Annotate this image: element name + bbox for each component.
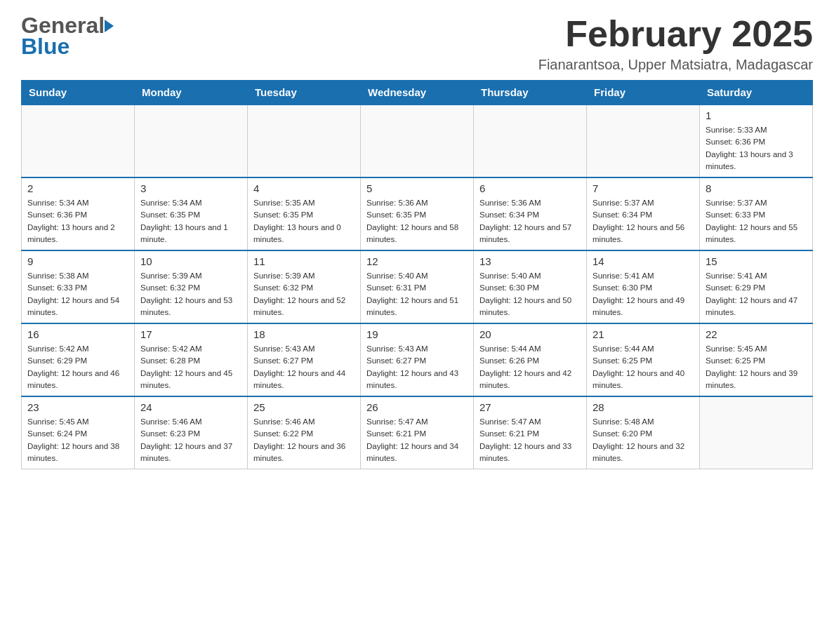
day-number: 27 <box>479 401 581 413</box>
week-row-2: 2Sunrise: 5:34 AMSunset: 6:36 PMDaylight… <box>22 177 813 250</box>
day-info: Sunrise: 5:34 AMSunset: 6:35 PMDaylight:… <box>140 197 241 246</box>
day-info: Sunrise: 5:39 AMSunset: 6:32 PMDaylight:… <box>140 270 241 318</box>
empty-cell <box>700 396 813 469</box>
day-info: Sunrise: 5:37 AMSunset: 6:33 PMDaylight:… <box>706 197 807 246</box>
empty-cell <box>587 105 700 177</box>
day-cell-18: 18Sunrise: 5:43 AMSunset: 6:27 PMDayligh… <box>248 323 361 396</box>
day-number: 11 <box>253 255 355 267</box>
day-cell-24: 24Sunrise: 5:46 AMSunset: 6:23 PMDayligh… <box>135 396 248 469</box>
header-row: SundayMondayTuesdayWednesdayThursdayFrid… <box>22 81 813 105</box>
day-number: 22 <box>706 328 807 340</box>
day-cell-28: 28Sunrise: 5:48 AMSunset: 6:20 PMDayligh… <box>587 396 700 469</box>
day-number: 8 <box>706 182 807 194</box>
day-number: 21 <box>593 328 694 340</box>
day-number: 9 <box>27 255 128 267</box>
day-info: Sunrise: 5:47 AMSunset: 6:21 PMDaylight:… <box>366 416 468 464</box>
day-info: Sunrise: 5:46 AMSunset: 6:23 PMDaylight:… <box>140 416 241 464</box>
day-cell-11: 11Sunrise: 5:39 AMSunset: 6:32 PMDayligh… <box>248 250 361 323</box>
day-info: Sunrise: 5:45 AMSunset: 6:25 PMDaylight:… <box>706 343 807 391</box>
day-info: Sunrise: 5:44 AMSunset: 6:25 PMDaylight:… <box>593 343 694 391</box>
day-cell-2: 2Sunrise: 5:34 AMSunset: 6:36 PMDaylight… <box>22 177 135 250</box>
logo-blue-text: Blue <box>21 34 70 60</box>
day-cell-21: 21Sunrise: 5:44 AMSunset: 6:25 PMDayligh… <box>587 323 700 396</box>
day-cell-5: 5Sunrise: 5:36 AMSunset: 6:35 PMDaylight… <box>361 177 474 250</box>
day-number: 20 <box>479 328 581 340</box>
day-number: 26 <box>366 401 468 413</box>
day-cell-23: 23Sunrise: 5:45 AMSunset: 6:24 PMDayligh… <box>22 396 135 469</box>
day-header-saturday: Saturday <box>700 81 813 105</box>
day-number: 5 <box>366 182 468 194</box>
empty-cell <box>361 105 474 177</box>
week-row-4: 16Sunrise: 5:42 AMSunset: 6:29 PMDayligh… <box>22 323 813 396</box>
day-number: 2 <box>27 182 128 194</box>
title-area: February 2025 Fianarantsoa, Upper Matsia… <box>538 14 813 73</box>
week-row-1: 1Sunrise: 5:33 AMSunset: 6:36 PMDaylight… <box>22 105 813 177</box>
day-number: 7 <box>593 182 694 194</box>
day-header-thursday: Thursday <box>474 81 587 105</box>
day-cell-4: 4Sunrise: 5:35 AMSunset: 6:35 PMDaylight… <box>248 177 361 250</box>
day-number: 25 <box>253 401 355 413</box>
day-number: 17 <box>140 328 241 340</box>
day-number: 6 <box>479 182 581 194</box>
empty-cell <box>135 105 248 177</box>
calendar-table: SundayMondayTuesdayWednesdayThursdayFrid… <box>21 80 813 469</box>
day-cell-19: 19Sunrise: 5:43 AMSunset: 6:27 PMDayligh… <box>361 323 474 396</box>
day-info: Sunrise: 5:39 AMSunset: 6:32 PMDaylight:… <box>253 270 355 318</box>
day-info: Sunrise: 5:44 AMSunset: 6:26 PMDaylight:… <box>479 343 581 391</box>
day-info: Sunrise: 5:38 AMSunset: 6:33 PMDaylight:… <box>27 270 128 318</box>
day-number: 12 <box>366 255 468 267</box>
day-header-sunday: Sunday <box>22 81 135 105</box>
day-cell-12: 12Sunrise: 5:40 AMSunset: 6:31 PMDayligh… <box>361 250 474 323</box>
week-row-3: 9Sunrise: 5:38 AMSunset: 6:33 PMDaylight… <box>22 250 813 323</box>
day-cell-6: 6Sunrise: 5:36 AMSunset: 6:34 PMDaylight… <box>474 177 587 250</box>
day-cell-10: 10Sunrise: 5:39 AMSunset: 6:32 PMDayligh… <box>135 250 248 323</box>
day-info: Sunrise: 5:45 AMSunset: 6:24 PMDaylight:… <box>27 416 128 464</box>
day-info: Sunrise: 5:47 AMSunset: 6:21 PMDaylight:… <box>479 416 581 464</box>
week-row-5: 23Sunrise: 5:45 AMSunset: 6:24 PMDayligh… <box>22 396 813 469</box>
day-number: 28 <box>593 401 694 413</box>
day-number: 10 <box>140 255 241 267</box>
day-info: Sunrise: 5:42 AMSunset: 6:28 PMDaylight:… <box>140 343 241 391</box>
logo-arrow-icon <box>105 20 114 32</box>
day-info: Sunrise: 5:41 AMSunset: 6:29 PMDaylight:… <box>706 270 807 318</box>
day-cell-17: 17Sunrise: 5:42 AMSunset: 6:28 PMDayligh… <box>135 323 248 396</box>
day-info: Sunrise: 5:35 AMSunset: 6:35 PMDaylight:… <box>253 197 355 246</box>
empty-cell <box>474 105 587 177</box>
day-number: 14 <box>593 255 694 267</box>
day-number: 19 <box>366 328 468 340</box>
day-cell-14: 14Sunrise: 5:41 AMSunset: 6:30 PMDayligh… <box>587 250 700 323</box>
day-info: Sunrise: 5:40 AMSunset: 6:31 PMDaylight:… <box>366 270 468 318</box>
empty-cell <box>248 105 361 177</box>
month-title: February 2025 <box>538 14 813 54</box>
day-cell-13: 13Sunrise: 5:40 AMSunset: 6:30 PMDayligh… <box>474 250 587 323</box>
day-cell-8: 8Sunrise: 5:37 AMSunset: 6:33 PMDaylight… <box>700 177 813 250</box>
day-info: Sunrise: 5:33 AMSunset: 6:36 PMDaylight:… <box>706 124 807 173</box>
day-header-friday: Friday <box>587 81 700 105</box>
day-number: 1 <box>706 109 807 121</box>
day-info: Sunrise: 5:40 AMSunset: 6:30 PMDaylight:… <box>479 270 581 318</box>
day-info: Sunrise: 5:43 AMSunset: 6:27 PMDaylight:… <box>366 343 468 391</box>
day-info: Sunrise: 5:41 AMSunset: 6:30 PMDaylight:… <box>593 270 694 318</box>
day-info: Sunrise: 5:46 AMSunset: 6:22 PMDaylight:… <box>253 416 355 464</box>
day-info: Sunrise: 5:34 AMSunset: 6:36 PMDaylight:… <box>27 197 128 246</box>
day-cell-25: 25Sunrise: 5:46 AMSunset: 6:22 PMDayligh… <box>248 396 361 469</box>
day-cell-3: 3Sunrise: 5:34 AMSunset: 6:35 PMDaylight… <box>135 177 248 250</box>
day-info: Sunrise: 5:36 AMSunset: 6:34 PMDaylight:… <box>479 197 581 246</box>
location-title: Fianarantsoa, Upper Matsiatra, Madagasca… <box>538 57 813 73</box>
day-cell-9: 9Sunrise: 5:38 AMSunset: 6:33 PMDaylight… <box>22 250 135 323</box>
day-number: 15 <box>706 255 807 267</box>
day-number: 13 <box>479 255 581 267</box>
day-header-monday: Monday <box>135 81 248 105</box>
day-info: Sunrise: 5:43 AMSunset: 6:27 PMDaylight:… <box>253 343 355 391</box>
empty-cell <box>22 105 135 177</box>
day-number: 4 <box>253 182 355 194</box>
day-cell-1: 1Sunrise: 5:33 AMSunset: 6:36 PMDaylight… <box>700 105 813 177</box>
day-info: Sunrise: 5:36 AMSunset: 6:35 PMDaylight:… <box>366 197 468 246</box>
logo-area: General Blue <box>21 14 114 60</box>
day-header-tuesday: Tuesday <box>248 81 361 105</box>
day-cell-20: 20Sunrise: 5:44 AMSunset: 6:26 PMDayligh… <box>474 323 587 396</box>
day-info: Sunrise: 5:48 AMSunset: 6:20 PMDaylight:… <box>593 416 694 464</box>
day-cell-26: 26Sunrise: 5:47 AMSunset: 6:21 PMDayligh… <box>361 396 474 469</box>
day-number: 23 <box>27 401 128 413</box>
calendar-header: SundayMondayTuesdayWednesdayThursdayFrid… <box>22 81 813 105</box>
